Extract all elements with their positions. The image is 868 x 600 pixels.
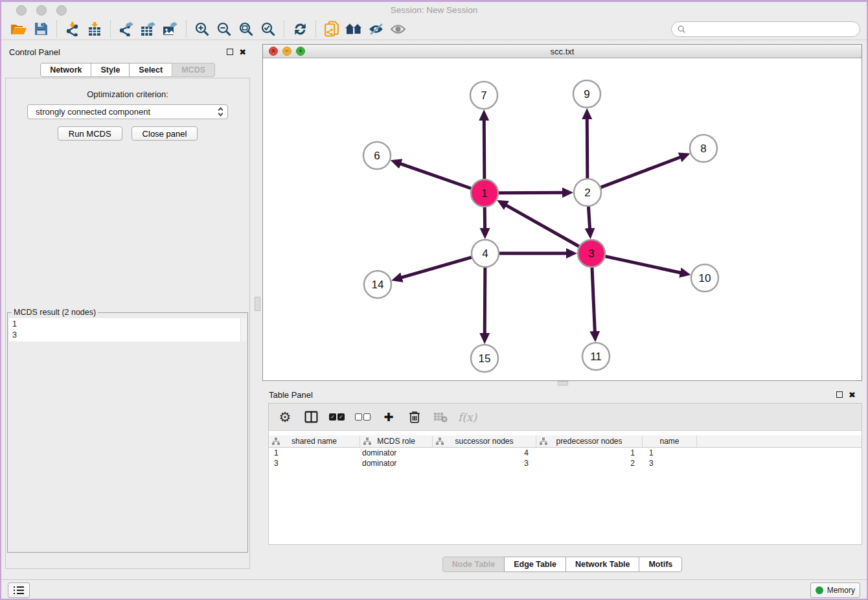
open-session-button[interactable] xyxy=(8,19,30,39)
cell-MCDS-role[interactable]: dominator xyxy=(360,448,433,457)
edge-1-7[interactable] xyxy=(484,120,485,179)
network-window-titlebar: × − + scc.txt xyxy=(263,45,862,58)
column-settings-button[interactable]: ⚙ xyxy=(277,408,293,427)
cell-predecessor-nodes[interactable]: 1 xyxy=(536,448,643,457)
close-panel-button[interactable]: Close panel xyxy=(131,126,198,141)
mcds-result-title: MCDS result (2 nodes) xyxy=(12,308,98,317)
import-table-button[interactable] xyxy=(84,19,106,39)
node-label-7: 7 xyxy=(481,89,486,102)
edge-4-14[interactable] xyxy=(402,257,472,277)
table-row[interactable]: 1dominator411 xyxy=(269,448,862,458)
zoom-fit-button[interactable] xyxy=(235,19,257,39)
control-panel-header: Control Panel ✖ xyxy=(1,44,254,60)
network-documents-icon xyxy=(324,21,339,37)
column-label: successor nodes xyxy=(455,437,513,446)
show-all-button[interactable] xyxy=(387,19,409,39)
search-icon xyxy=(677,25,686,34)
column-header-predecessor-nodes[interactable]: predecessor nodes xyxy=(536,435,643,447)
trash-icon xyxy=(409,411,420,424)
edge-2-3[interactable] xyxy=(588,207,589,229)
node-label-6: 6 xyxy=(374,150,380,162)
cell-shared-name[interactable]: 1 xyxy=(269,448,360,457)
mcds-result-text[interactable]: 1 3 xyxy=(9,318,246,341)
main-area: Control Panel ✖ NetworkStyleSelectMCDS O… xyxy=(1,40,867,579)
run-mcds-button[interactable]: Run MCDS xyxy=(58,126,122,141)
search-input[interactable] xyxy=(689,25,854,34)
tab-network[interactable]: Network xyxy=(40,63,91,77)
column-header-MCDS-role[interactable]: MCDS role xyxy=(360,435,433,447)
close-panel-icon[interactable]: ✖ xyxy=(239,48,246,56)
splitter-grip[interactable] xyxy=(255,297,260,311)
new-network-from-selection-button[interactable] xyxy=(321,19,343,39)
edge-3-11[interactable] xyxy=(592,268,595,332)
network-canvas[interactable]: 7968124314101511 xyxy=(263,58,862,380)
edge-2-8[interactable] xyxy=(601,157,681,187)
unchecked-box-icon xyxy=(363,413,371,421)
select-all-columns-button[interactable]: ✓ ✓ xyxy=(328,408,345,427)
node-label-14: 14 xyxy=(372,279,384,291)
edge-4-15[interactable] xyxy=(485,268,485,334)
result-scrollbar[interactable] xyxy=(240,318,246,341)
vertical-splitter[interactable] xyxy=(254,40,262,579)
export-network-button[interactable] xyxy=(115,19,137,39)
search-box[interactable] xyxy=(671,21,860,37)
zoom-in-button[interactable] xyxy=(191,19,213,39)
cell-name[interactable]: 3 xyxy=(643,459,697,468)
column-header-successor-nodes[interactable]: successor nodes xyxy=(433,435,536,447)
cell-shared-name[interactable]: 3 xyxy=(269,459,360,468)
deselect-all-columns-button[interactable] xyxy=(354,408,371,427)
apply-layout-button[interactable] xyxy=(289,19,311,39)
tab-style[interactable]: Style xyxy=(91,63,130,77)
tab-mcds[interactable]: MCDS xyxy=(172,63,215,77)
import-network-button[interactable] xyxy=(62,19,84,39)
save-session-button[interactable] xyxy=(30,19,52,39)
column-header-name[interactable]: name xyxy=(643,435,697,447)
plus-icon: ✚ xyxy=(383,410,393,424)
tab-node-table[interactable]: Node Table xyxy=(442,557,505,572)
table-row[interactable]: 3dominator323 xyxy=(269,458,862,468)
tab-motifs[interactable]: Motifs xyxy=(639,557,682,572)
memory-status-dot xyxy=(816,586,823,594)
edge-2-9[interactable] xyxy=(587,119,588,178)
hide-selected-button[interactable] xyxy=(365,19,387,39)
node-label-2: 2 xyxy=(584,187,590,199)
cell-predecessor-nodes[interactable]: 2 xyxy=(536,459,643,468)
edge-1-2[interactable] xyxy=(499,192,563,193)
zoom-selected-button[interactable] xyxy=(257,19,279,39)
add-row-button[interactable]: ✚ xyxy=(380,408,397,427)
import-table-icon xyxy=(87,22,102,36)
tab-edge-table[interactable]: Edge Table xyxy=(504,557,566,572)
delete-row-button[interactable] xyxy=(406,408,423,427)
criterion-dropdown[interactable]: strongly connected component xyxy=(27,104,228,119)
zoom-out-button[interactable] xyxy=(213,19,235,39)
cell-MCDS-role[interactable]: dominator xyxy=(360,459,433,468)
export-table-button[interactable] xyxy=(137,19,159,39)
table-panel-spacer xyxy=(262,545,862,557)
cell-successor-nodes[interactable]: 4 xyxy=(433,448,536,457)
horizontal-splitter[interactable] xyxy=(262,381,862,386)
tab-select[interactable]: Select xyxy=(129,63,172,77)
column-header-shared-name[interactable]: shared name xyxy=(269,435,360,447)
cell-successor-nodes[interactable]: 3 xyxy=(433,459,536,468)
first-neighbors-button[interactable] xyxy=(343,19,365,39)
cell-name[interactable]: 1 xyxy=(643,448,697,457)
edge-3-10[interactable] xyxy=(605,257,680,273)
network-graph[interactable]: 7968124314101511 xyxy=(263,58,862,380)
table-gap xyxy=(269,431,862,435)
split-panel-button[interactable] xyxy=(303,408,319,427)
edge-1-6[interactable] xyxy=(400,164,471,189)
delete-table-button xyxy=(432,408,449,427)
export-image-button[interactable] xyxy=(159,19,181,39)
edge-3-1[interactable] xyxy=(506,205,579,247)
float-panel-icon[interactable] xyxy=(836,391,843,398)
splitter-grip[interactable] xyxy=(558,381,568,386)
close-panel-icon[interactable]: ✖ xyxy=(849,391,856,399)
float-panel-icon[interactable] xyxy=(227,49,233,55)
task-history-button[interactable] xyxy=(8,583,30,598)
export-network-icon xyxy=(119,22,134,36)
memory-button[interactable]: Memory xyxy=(810,583,860,598)
zoom-out-icon xyxy=(216,21,232,37)
tab-network-table[interactable]: Network Table xyxy=(565,557,640,572)
column-label: predecessor nodes xyxy=(556,437,622,446)
unchecked-box-icon xyxy=(355,413,362,421)
